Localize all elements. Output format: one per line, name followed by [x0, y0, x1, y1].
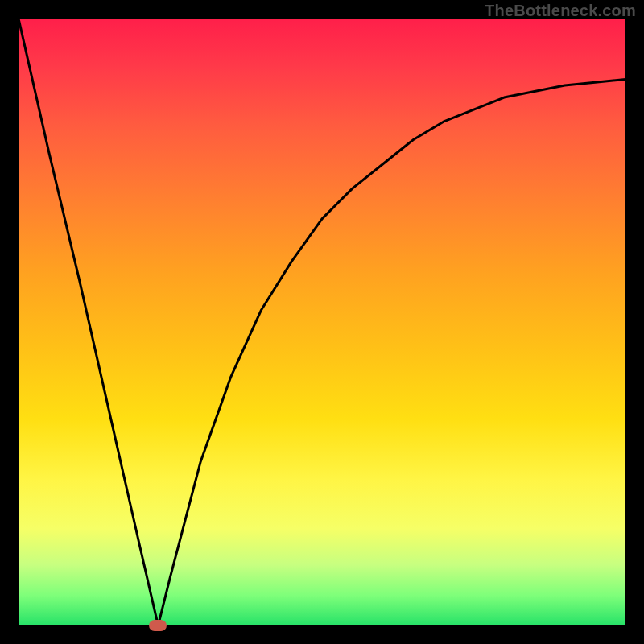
- bottleneck-curve: [19, 19, 625, 625]
- plot-area: [19, 19, 625, 625]
- chart-frame: TheBottleneck.com: [0, 0, 644, 644]
- optimum-marker: [149, 620, 167, 631]
- attribution-text: TheBottleneck.com: [485, 2, 636, 20]
- curve-svg: [19, 19, 625, 625]
